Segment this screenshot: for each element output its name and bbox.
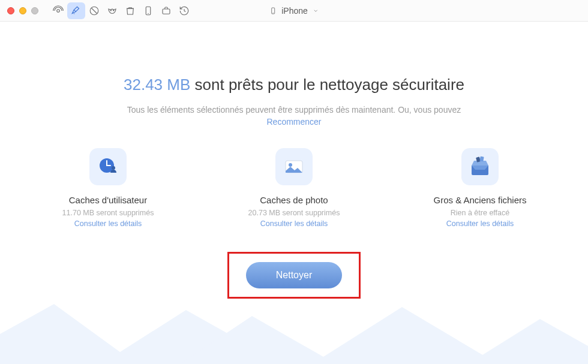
card-user-cache: Caches d'utilisateur 11.70 MB seront sup… — [54, 148, 162, 228]
history-icon[interactable] — [175, 2, 193, 19]
card-details-link[interactable]: Consulter les détails — [446, 219, 514, 228]
subline: Tous les éléments sélectionnés peuvent ê… — [0, 105, 588, 115]
card-sub: 20.73 MB seront supprimés — [248, 209, 340, 217]
airplay-icon[interactable] — [49, 2, 67, 19]
headline-size: 32.43 MB — [124, 76, 190, 94]
card-sub: Rien à être effacé — [451, 209, 509, 217]
card-photo-cache: Caches de photo 20.73 MB seront supprimé… — [240, 148, 348, 228]
device-label: iPhone — [281, 6, 308, 16]
clock-ban-icon[interactable] — [85, 2, 103, 19]
background-mountains — [0, 298, 588, 364]
card-title: Gros & Anciens fichiers — [433, 195, 526, 205]
card-details-link[interactable]: Consulter les détails — [74, 219, 142, 228]
large-old-files-icon — [461, 148, 499, 185]
svg-point-8 — [112, 166, 115, 170]
clean-button[interactable]: Nettoyer — [246, 262, 342, 288]
card-title: Caches d'utilisateur — [69, 195, 147, 205]
headline: 32.43 MB sont prêts pour le nettoyage sé… — [0, 76, 588, 94]
app-window: iPhone 32.43 MB sont prêts pour le netto… — [0, 0, 588, 364]
card-title: Caches de photo — [260, 195, 328, 205]
card-large-old-files: Gros & Anciens fichiers Rien à être effa… — [426, 148, 534, 228]
close-window-button[interactable] — [7, 7, 14, 14]
svg-point-3 — [113, 10, 115, 11]
traffic-lights — [7, 7, 38, 14]
mask-icon[interactable] — [103, 2, 121, 19]
restart-link[interactable]: Recommencer — [0, 117, 588, 127]
zoom-window-button[interactable] — [31, 7, 38, 14]
main-content: 32.43 MB sont prêts pour le nettoyage sé… — [0, 22, 588, 364]
photo-cache-icon — [275, 148, 313, 185]
broom-icon[interactable] — [67, 2, 85, 19]
svg-rect-5 — [163, 9, 170, 14]
minimize-window-button[interactable] — [19, 7, 26, 14]
trash-icon[interactable] — [121, 2, 139, 19]
headline-rest: sont prêts pour le nettoyage sécuritaire — [190, 76, 464, 94]
svg-point-0 — [57, 9, 60, 12]
card-details-link[interactable]: Consulter les détails — [260, 219, 328, 228]
category-cards: Caches d'utilisateur 11.70 MB seront sup… — [0, 148, 588, 228]
phone-icon — [269, 6, 277, 16]
svg-point-2 — [110, 10, 112, 11]
device-icon[interactable] — [139, 2, 157, 19]
svg-point-10 — [289, 163, 292, 167]
device-selector[interactable]: iPhone — [263, 4, 325, 18]
briefcase-icon[interactable] — [157, 2, 175, 19]
highlight-box: Nettoyer — [227, 252, 361, 299]
toolbar-icons — [49, 2, 193, 19]
chevron-down-icon — [313, 8, 319, 14]
titlebar: iPhone — [0, 0, 588, 22]
user-cache-icon — [89, 148, 127, 185]
card-sub: 11.70 MB seront supprimés — [62, 209, 154, 217]
clean-button-wrap: Nettoyer — [0, 252, 588, 299]
